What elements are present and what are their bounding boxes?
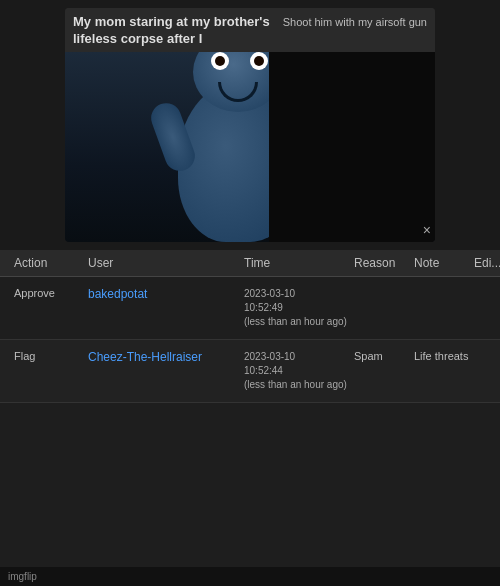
header-note: Note: [410, 256, 470, 270]
row1-time: 2023-03-10 10:52:49 (less than an hour a…: [240, 287, 350, 329]
table-row: Flag Cheez-The-Hellraiser 2023-03-10 10:…: [0, 340, 500, 403]
header-time: Time: [240, 256, 350, 270]
row1-action: Approve: [0, 287, 80, 299]
sulley-eye-left: [211, 52, 229, 70]
table-row: Approve bakedpotat 2023-03-10 10:52:49 (…: [0, 277, 500, 340]
close-button[interactable]: ×: [423, 222, 431, 238]
table-header-row: Action User Time Reason Note Edi...: [0, 250, 500, 277]
meme-header: My mom staring at my brother's lifeless …: [65, 8, 435, 52]
sulley-arm-left: [147, 99, 199, 175]
row2-user[interactable]: Cheez-The-Hellraiser: [80, 350, 240, 364]
sulley-eye-right: [250, 52, 268, 70]
row2-time: 2023-03-10 10:52:44 (less than an hour a…: [240, 350, 350, 392]
meme-image-bg: [65, 52, 435, 242]
moderation-table: Action User Time Reason Note Edi... Appr…: [0, 250, 500, 567]
row2-note: Life threats: [410, 350, 470, 362]
sulley-mouth: [218, 82, 258, 102]
footer: imgflip: [0, 567, 500, 586]
header-user: User: [80, 256, 240, 270]
header-reason: Reason: [350, 256, 410, 270]
row2-action: Flag: [0, 350, 80, 362]
meme-title: My mom staring at my brother's lifeless …: [73, 14, 275, 48]
main-container: My mom staring at my brother's lifeless …: [0, 0, 500, 586]
row1-user[interactable]: bakedpotat: [80, 287, 240, 301]
dark-right-panel: [269, 52, 436, 242]
row2-reason: Spam: [350, 350, 410, 362]
meme-image: ×: [65, 52, 435, 242]
sulley-pupil-left: [215, 56, 225, 66]
sulley-pupil-right: [254, 56, 264, 66]
header-edit: Edi...: [470, 256, 500, 270]
meme-card: My mom staring at my brother's lifeless …: [65, 8, 435, 242]
imgflip-logo: imgflip: [8, 571, 37, 582]
meme-caption: Shoot him with my airsoft gun: [283, 14, 427, 28]
header-action: Action: [0, 256, 80, 270]
